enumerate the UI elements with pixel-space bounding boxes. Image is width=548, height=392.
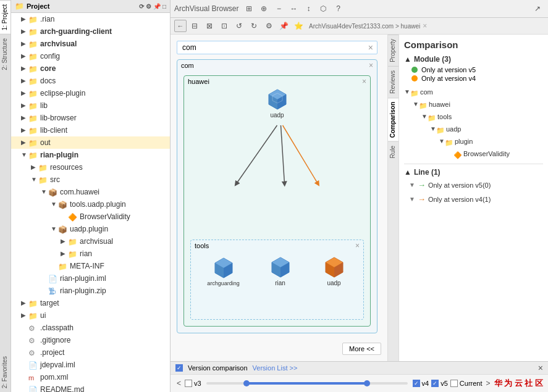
toolbar-btn-help[interactable]: ?	[331, 2, 345, 15]
tree-item-readme[interactable]: 📄 README.md	[11, 383, 170, 392]
v5-checkbox-box[interactable]: ✓	[431, 380, 439, 387]
sidebar-tab-project[interactable]: 1: Project	[0, 0, 11, 34]
cube-blue-icon-archguarding	[213, 257, 235, 279]
tab-reviews[interactable]: Reviews	[388, 66, 398, 98]
outer-node-close[interactable]: ×	[369, 61, 373, 70]
toolbar-close[interactable]: ↗	[531, 2, 544, 15]
version-v3-checkbox[interactable]: v3	[185, 380, 201, 387]
tree-item-eclipse-plugin[interactable]: ▶ 📁 eclipse-plugin	[11, 87, 170, 99]
toolbar-btn-2[interactable]: ⊕	[257, 2, 271, 15]
nav-back[interactable]: ←	[174, 20, 187, 32]
current-checkbox-box[interactable]	[450, 380, 458, 387]
tool-6[interactable]: ⚙	[262, 19, 276, 33]
tree-item-meta-inf[interactable]: 📁 META-INF	[11, 260, 170, 272]
tab-property[interactable]: Property	[388, 35, 398, 66]
legend-dot-v5	[411, 67, 418, 73]
tree-item-jdepval-iml[interactable]: 📄 jdepval.iml	[11, 359, 170, 371]
module-section-header[interactable]: ▲ Module (3)	[404, 55, 543, 64]
version-bar: ✓ Version comparison Version List >> × <…	[171, 361, 548, 392]
tool-7[interactable]: 📌	[277, 19, 290, 33]
tree-item-com-huawei[interactable]: ▼ 📦 com.huawei	[11, 186, 170, 198]
version-current-checkbox[interactable]: Current	[450, 380, 483, 387]
tree-item-browser-validity[interactable]: 🔶 BrowserValidity	[11, 211, 170, 223]
toolbar-btn-6[interactable]: ⬡	[316, 2, 330, 15]
rtree-browser-validity[interactable]: 🔶 BrowserValidity	[404, 148, 543, 160]
rtree-huawei[interactable]: ▼ 📁 huawei	[404, 98, 543, 111]
tree-item-ui[interactable]: ▶ 📁 ui	[11, 309, 170, 322]
v4-thumb[interactable]	[243, 380, 250, 386]
tree-item-rian-plugin-iml[interactable]: 📄 rian-plugin.iml	[11, 272, 170, 285]
tab-comparison[interactable]: Comparison	[388, 98, 398, 141]
version-v5-checkbox[interactable]: ✓ v5	[431, 380, 448, 387]
pin-icon[interactable]: 📌	[153, 3, 161, 10]
tree-item-archvisual[interactable]: ▶ 📁 archvisual	[11, 38, 170, 50]
module-section: ▲ Module (3) Only at version v5 Only at …	[404, 55, 543, 160]
toolbar-btn-4[interactable]: ↔	[287, 2, 300, 15]
version-bar-close-button[interactable]: ×	[538, 364, 543, 372]
tree-item-tools-uadp-plugin[interactable]: ▼ 📦 tools.uadp.plugin	[11, 198, 170, 211]
v3-checkbox-box[interactable]	[185, 380, 192, 387]
sidebar-tab-favorites[interactable]: 2: Favorites	[0, 352, 11, 392]
tree-item-rian-plugin[interactable]: ▼ 📁 rian-plugin	[11, 149, 170, 161]
settings-icon[interactable]: ⚙	[146, 3, 151, 10]
tab-rule[interactable]: Rule	[388, 141, 398, 162]
version-nav-right[interactable]: >	[485, 379, 492, 388]
version-nav-left[interactable]: <	[175, 379, 182, 388]
tree-item-archvisual2[interactable]: ▶ 📁 archvisual	[11, 235, 170, 248]
rtree-plugin[interactable]: ▼ 📁 plugin	[404, 135, 543, 148]
tree-item-rian[interactable]: ▶ 📁 .rian	[11, 13, 170, 25]
tree-item-arch-guarding-client[interactable]: ▶ 📁 arch-guarding-client	[11, 25, 170, 38]
tree-item-classpath[interactable]: ⚙ .classpath	[11, 322, 170, 334]
module-uadp-tools[interactable]: uadp	[319, 256, 350, 286]
tree-item-resources[interactable]: ▶ 📁 resources	[11, 161, 170, 173]
rtree-uadp[interactable]: ▼ 📁 uadp	[404, 123, 543, 135]
module-rian[interactable]: rian	[265, 256, 296, 286]
version-list-button[interactable]: Version List >>	[253, 364, 298, 372]
tool-8[interactable]: ⭐	[292, 19, 305, 33]
tree-item-uadp-plugin[interactable]: ▼ 📦 uadp.plugin	[11, 223, 170, 235]
v4-checkbox-box[interactable]: ✓	[413, 380, 420, 387]
tree-item-config[interactable]: ▶ 📁 config	[11, 50, 170, 62]
maximize-icon[interactable]: □	[162, 3, 166, 10]
tree-item-project[interactable]: ⚙ .project	[11, 346, 170, 359]
search-input[interactable]	[182, 43, 362, 52]
inner-node-close[interactable]: ×	[362, 77, 366, 86]
module-archguarding[interactable]: archguarding	[205, 257, 242, 286]
tree-item-rian2[interactable]: ▶ 📁 rian	[11, 248, 170, 260]
line-item-v5[interactable]: ▼ → Only at version v5(0)	[404, 179, 543, 191]
line-item-v4[interactable]: ▼ → Only at version v4(1)	[404, 193, 543, 205]
line-section-header[interactable]: ▲ Line (1)	[404, 168, 543, 177]
tree-item-docs[interactable]: ▶ 📁 docs	[11, 75, 170, 87]
rtree-com[interactable]: ▼ 📁 com	[404, 86, 543, 98]
tree-item-src[interactable]: ▼ 📁 src	[11, 173, 170, 186]
version-v4-checkbox[interactable]: ✓ v4	[413, 380, 429, 387]
tree-item-gitignore[interactable]: ⚙ .gitignore	[11, 334, 170, 346]
search-close-icon[interactable]: ×	[368, 43, 373, 52]
tools-label: tools	[195, 242, 209, 249]
sidebar-tab-structure[interactable]: 2: Structure	[0, 34, 11, 74]
tool-4[interactable]: ↺	[232, 19, 246, 33]
more-button[interactable]: More <<	[342, 343, 381, 355]
tree-item-core[interactable]: ▶ 📁 core	[11, 62, 170, 75]
module-uadp-top[interactable]: uadp	[259, 88, 296, 119]
tools-close[interactable]: ×	[355, 241, 360, 250]
tree-item-lib-client[interactable]: ▶ 📁 lib-client	[11, 124, 170, 136]
toolbar-btn-3[interactable]: −	[272, 2, 285, 15]
tree-item-pom-xml[interactable]: m pom.xml	[11, 371, 170, 383]
rtree-tools[interactable]: ▼ 📁 tools	[404, 111, 543, 123]
toolbar-btn-1[interactable]: ⊞	[242, 2, 256, 15]
v5-thumb[interactable]	[364, 380, 370, 386]
version-slider[interactable]	[206, 382, 408, 385]
tree-item-target[interactable]: ▶ 📁 target	[11, 297, 170, 309]
tool-2[interactable]: ⊠	[203, 19, 216, 33]
sync-icon[interactable]: ⟳	[139, 3, 144, 10]
breadcrumb-close[interactable]: ×	[423, 22, 427, 30]
toolbar-btn-5[interactable]: ↕	[301, 2, 315, 15]
tool-1[interactable]: ⊟	[188, 19, 201, 33]
tree-item-out[interactable]: ▶ 📁 out	[11, 136, 170, 149]
tree-item-lib-browser[interactable]: ▶ 📁 lib-browser	[11, 112, 170, 124]
tree-item-rian-plugin-zip[interactable]: 🗜 rian-plugin.zip	[11, 285, 170, 297]
tree-item-lib[interactable]: ▶ 📁 lib	[11, 99, 170, 112]
tool-5[interactable]: ↻	[247, 19, 261, 33]
tool-3[interactable]: ⊡	[217, 19, 231, 33]
